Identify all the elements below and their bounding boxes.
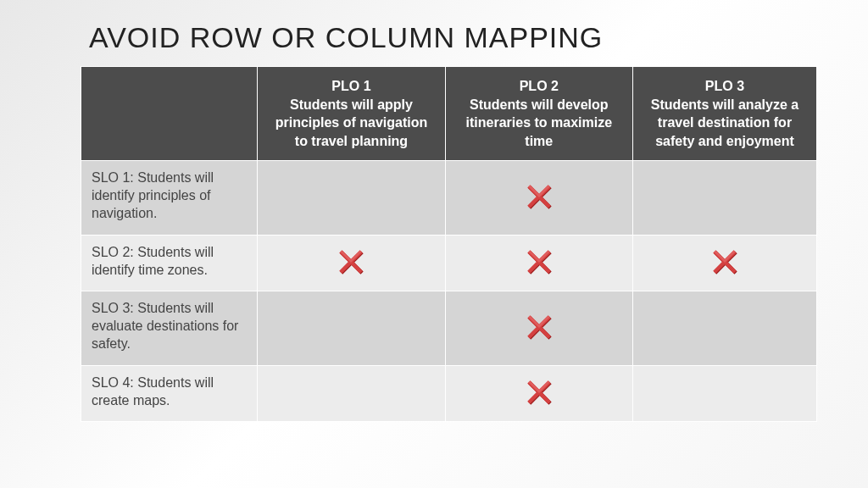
- cell-r3-c3: [632, 291, 816, 365]
- cell-r3-c2: [445, 291, 632, 365]
- cell-r3-c1: [258, 291, 445, 365]
- table-row: SLO 1: Students will identify principles…: [81, 161, 817, 235]
- cell-r1-c1: [258, 161, 445, 235]
- cell-r4-c3: [632, 365, 816, 422]
- column-header-plo3: PLO 3 Students will analyze a travel des…: [632, 67, 816, 161]
- x-mark-icon: [710, 247, 739, 276]
- row-header-slo1: SLO 1: Students will identify principles…: [81, 161, 258, 235]
- cell-r2-c2: [445, 235, 632, 291]
- table-corner-cell: [81, 67, 258, 161]
- column-header-plo1: PLO 1 Students will apply principles of …: [258, 67, 445, 161]
- x-mark-icon: [337, 247, 365, 276]
- cell-r4-c2: [445, 365, 632, 422]
- cell-r1-c3: [632, 161, 816, 235]
- row-header-slo3: SLO 3: Students will evaluate destinatio…: [81, 291, 258, 365]
- plo-description: Students will develop itineraries to max…: [458, 96, 620, 151]
- row-header-slo2: SLO 2: Students will identify time zones…: [81, 235, 258, 291]
- plo-description: Students will analyze a travel destinati…: [645, 96, 804, 151]
- x-mark-icon: [525, 247, 554, 276]
- table-row: SLO 4: Students will create maps.: [81, 365, 817, 422]
- row-header-slo4: SLO 4: Students will create maps.: [81, 365, 258, 422]
- table-body: SLO 1: Students will identify principles…: [81, 161, 817, 422]
- x-mark-icon: [525, 313, 554, 341]
- table-row: SLO 3: Students will evaluate destinatio…: [81, 291, 817, 365]
- column-header-plo2: PLO 2 Students will develop itineraries …: [445, 67, 632, 161]
- x-mark-icon: [525, 182, 554, 211]
- mapping-table: PLO 1 Students will apply principles of …: [81, 66, 817, 422]
- x-mark-icon: [525, 378, 554, 407]
- cell-r4-c1: [258, 365, 445, 422]
- table-row: SLO 2: Students will identify time zones…: [81, 235, 817, 291]
- plo-number: PLO 3: [645, 77, 804, 96]
- slide-title: AVOID ROW OR COLUMN MAPPING: [89, 21, 817, 54]
- cell-r2-c3: [632, 235, 816, 291]
- plo-number: PLO 1: [270, 77, 432, 96]
- plo-number: PLO 2: [458, 77, 620, 96]
- plo-description: Students will apply principles of naviga…: [270, 96, 432, 151]
- cell-r1-c2: [445, 161, 632, 235]
- cell-r2-c1: [258, 235, 445, 291]
